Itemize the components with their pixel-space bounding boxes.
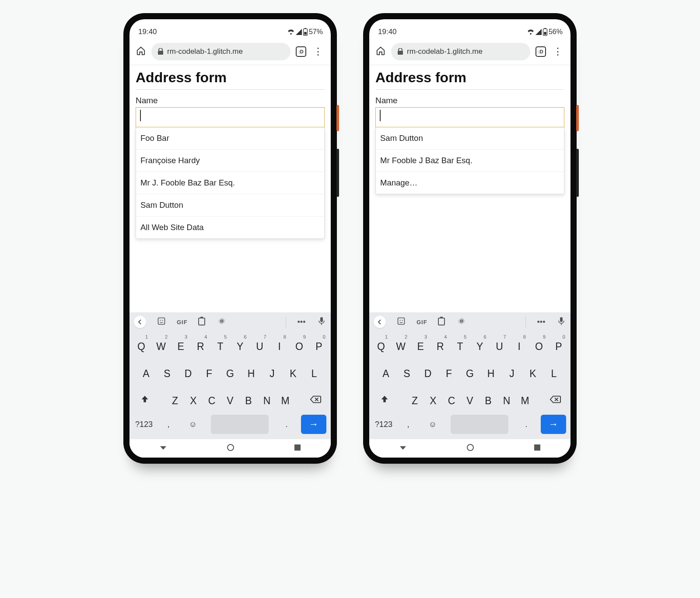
key-n[interactable]: N [258,388,276,411]
symbols-key[interactable]: ?123 [374,420,394,429]
key-e[interactable]: E3 [411,333,430,357]
key-u[interactable]: U7 [251,333,269,357]
sticker-icon[interactable] [396,317,406,328]
key-u[interactable]: U7 [490,333,509,357]
nav-home-icon[interactable] [466,444,474,453]
key-h[interactable]: H [242,360,260,384]
tabs-button[interactable]: :D [536,46,546,57]
key-m[interactable]: M [276,388,294,411]
key-s[interactable]: S [398,360,416,384]
key-m[interactable]: M [516,388,534,411]
period-key[interactable]: . [276,420,297,429]
autofill-option[interactable]: Manage… [376,172,564,194]
power-button[interactable] [336,105,339,131]
key-f[interactable]: F [200,360,218,384]
key-s[interactable]: S [158,360,176,384]
key-q[interactable]: Q1 [372,333,390,357]
key-x[interactable]: X [184,388,203,411]
mic-icon[interactable] [317,317,326,328]
key-r[interactable]: R4 [191,333,210,357]
clipboard-icon[interactable] [437,317,446,328]
home-icon[interactable] [136,46,146,57]
key-y[interactable]: Y6 [471,333,489,357]
volume-button[interactable] [576,149,579,197]
autofill-option[interactable]: Mr J. Fooble Baz Bar Esq. [136,172,324,194]
key-i[interactable]: I8 [510,333,528,357]
key-j[interactable]: J [503,360,521,384]
power-button[interactable] [576,105,579,131]
key-w[interactable]: W2 [152,333,170,357]
address-bar[interactable]: rm-codelab-1.glitch.me [151,43,290,60]
enter-key[interactable]: → [301,415,326,434]
key-l[interactable]: L [305,360,323,384]
emoji-key[interactable]: ☺ [183,420,203,429]
chevron-left-icon[interactable] [374,316,386,328]
key-b[interactable]: B [239,388,258,411]
backspace-key[interactable] [542,388,568,411]
shift-key[interactable] [132,388,158,411]
key-i[interactable]: I8 [270,333,289,357]
key-y[interactable]: Y6 [231,333,249,357]
clipboard-icon[interactable] [197,317,206,328]
autofill-option[interactable]: Mr Fooble J Baz Bar Esq. [376,150,564,172]
key-c[interactable]: C [203,388,221,411]
key-g[interactable]: G [461,360,479,384]
comma-key[interactable]: , [398,420,418,429]
more-icon[interactable]: ••• [297,318,306,327]
key-w[interactable]: W2 [392,333,410,357]
nav-recent-icon[interactable] [294,444,301,453]
autofill-option[interactable]: All Web Site Data [136,217,324,238]
mic-icon[interactable] [556,317,566,328]
key-f[interactable]: F [440,360,458,384]
nav-back-icon[interactable] [399,444,407,453]
key-g[interactable]: G [221,360,239,384]
chevron-left-icon[interactable] [134,316,146,328]
key-r[interactable]: R4 [431,333,449,357]
autofill-option[interactable]: Foo Bar [136,127,324,150]
autofill-option[interactable]: Sam Dutton [136,194,324,217]
name-input[interactable] [375,107,564,127]
backspace-key[interactable] [303,388,328,411]
comma-key[interactable]: , [158,420,178,429]
emoji-key[interactable]: ☺ [423,420,443,429]
key-x[interactable]: X [424,388,442,411]
gear-icon[interactable] [217,317,227,328]
key-a[interactable]: A [137,360,155,384]
key-p[interactable]: P0 [310,333,328,357]
key-l[interactable]: L [545,360,563,384]
key-k[interactable]: K [524,360,542,384]
nav-recent-icon[interactable] [534,444,541,453]
key-z[interactable]: Z [166,388,184,411]
key-z[interactable]: Z [406,388,424,411]
key-d[interactable]: D [419,360,437,384]
key-o[interactable]: O9 [290,333,308,357]
key-n[interactable]: N [497,388,516,411]
key-h[interactable]: H [482,360,500,384]
menu-icon[interactable]: ⋮ [551,47,564,56]
more-icon[interactable]: ••• [536,318,546,327]
gif-button[interactable]: GIF [416,319,426,325]
spacebar[interactable] [211,415,269,434]
gif-button[interactable]: GIF [177,319,186,325]
menu-icon[interactable]: ⋮ [312,47,325,56]
tabs-button[interactable]: :D [296,46,306,57]
key-t[interactable]: T5 [451,333,469,357]
key-a[interactable]: A [377,360,395,384]
enter-key[interactable]: → [541,415,566,434]
address-bar[interactable]: rm-codelab-1.glitch.me [391,43,530,60]
name-input[interactable] [136,107,325,127]
gear-icon[interactable] [457,317,466,328]
key-k[interactable]: K [284,360,302,384]
nav-back-icon[interactable] [159,444,167,453]
key-p[interactable]: P0 [550,333,568,357]
key-v[interactable]: V [221,388,239,411]
key-d[interactable]: D [179,360,197,384]
key-v[interactable]: V [461,388,479,411]
key-t[interactable]: T5 [211,333,229,357]
volume-button[interactable] [336,149,339,197]
key-j[interactable]: J [263,360,281,384]
symbols-key[interactable]: ?123 [134,420,154,429]
key-c[interactable]: C [442,388,461,411]
key-b[interactable]: B [479,388,497,411]
home-icon[interactable] [375,46,386,57]
